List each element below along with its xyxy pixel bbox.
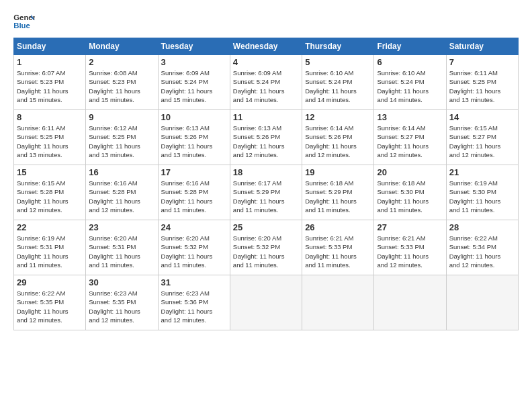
logo: General Blue	[13, 12, 35, 31]
day-number: 24	[161, 222, 227, 232]
day-info: Sunrise: 6:23 AMSunset: 5:36 PMDaylight:…	[161, 289, 227, 324]
day-info: Sunrise: 6:11 AMSunset: 5:25 PMDaylight:…	[17, 124, 83, 159]
week-row-3: 15Sunrise: 6:15 AMSunset: 5:28 PMDayligh…	[14, 165, 519, 220]
week-row-5: 29Sunrise: 6:22 AMSunset: 5:35 PMDayligh…	[14, 275, 519, 330]
day-number: 21	[449, 167, 515, 177]
header-cell-monday: Monday	[86, 38, 158, 55]
day-info: Sunrise: 6:20 AMSunset: 5:32 PMDaylight:…	[233, 234, 299, 269]
day-number: 10	[161, 112, 227, 122]
day-info: Sunrise: 6:12 AMSunset: 5:25 PMDaylight:…	[89, 124, 154, 159]
day-info: Sunrise: 6:10 AMSunset: 5:24 PMDaylight:…	[377, 68, 443, 104]
day-cell: 26Sunrise: 6:21 AMSunset: 5:33 PMDayligh…	[302, 220, 374, 275]
day-number: 6	[377, 57, 443, 67]
day-info: Sunrise: 6:08 AMSunset: 5:23 PMDaylight:…	[89, 68, 154, 104]
day-info: Sunrise: 6:18 AMSunset: 5:30 PMDaylight:…	[377, 179, 443, 214]
day-info: Sunrise: 6:17 AMSunset: 5:29 PMDaylight:…	[233, 179, 299, 214]
day-number: 23	[89, 222, 154, 232]
day-cell: 24Sunrise: 6:20 AMSunset: 5:32 PMDayligh…	[158, 220, 230, 275]
day-cell: 18Sunrise: 6:17 AMSunset: 5:29 PMDayligh…	[230, 165, 302, 220]
day-cell: 9Sunrise: 6:12 AMSunset: 5:25 PMDaylight…	[86, 110, 158, 165]
day-info: Sunrise: 6:14 AMSunset: 5:26 PMDaylight:…	[305, 124, 371, 159]
header-row: SundayMondayTuesdayWednesdayThursdayFrid…	[14, 38, 519, 55]
day-cell: 28Sunrise: 6:22 AMSunset: 5:34 PMDayligh…	[446, 220, 518, 275]
header-cell-thursday: Thursday	[302, 38, 374, 55]
week-row-1: 1Sunrise: 6:07 AMSunset: 5:23 PMDaylight…	[14, 55, 519, 110]
day-info: Sunrise: 6:13 AMSunset: 5:26 PMDaylight:…	[233, 124, 299, 159]
day-info: Sunrise: 6:20 AMSunset: 5:32 PMDaylight:…	[161, 234, 227, 269]
day-number: 29	[17, 277, 83, 287]
day-cell: 23Sunrise: 6:20 AMSunset: 5:31 PMDayligh…	[86, 220, 158, 275]
day-cell: 11Sunrise: 6:13 AMSunset: 5:26 PMDayligh…	[230, 110, 302, 165]
day-info: Sunrise: 6:13 AMSunset: 5:26 PMDaylight:…	[161, 124, 227, 159]
day-number: 16	[89, 167, 154, 177]
day-number: 2	[89, 57, 154, 67]
day-info: Sunrise: 6:18 AMSunset: 5:29 PMDaylight:…	[305, 179, 371, 214]
day-cell: 3Sunrise: 6:09 AMSunset: 5:24 PMDaylight…	[158, 55, 230, 110]
day-number: 1	[17, 57, 83, 67]
day-cell	[230, 275, 302, 330]
day-info: Sunrise: 6:09 AMSunset: 5:24 PMDaylight:…	[233, 68, 299, 104]
day-info: Sunrise: 6:16 AMSunset: 5:28 PMDaylight:…	[161, 179, 227, 214]
day-cell	[446, 275, 518, 330]
day-info: Sunrise: 6:23 AMSunset: 5:35 PMDaylight:…	[89, 289, 154, 324]
day-info: Sunrise: 6:22 AMSunset: 5:34 PMDaylight:…	[449, 234, 515, 269]
header-cell-friday: Friday	[374, 38, 446, 55]
day-number: 8	[17, 112, 83, 122]
day-info: Sunrise: 6:07 AMSunset: 5:23 PMDaylight:…	[17, 68, 83, 104]
day-cell: 27Sunrise: 6:21 AMSunset: 5:33 PMDayligh…	[374, 220, 446, 275]
day-number: 27	[377, 222, 443, 232]
day-number: 12	[305, 112, 371, 122]
day-number: 25	[233, 222, 299, 232]
day-number: 30	[89, 277, 154, 287]
day-info: Sunrise: 6:21 AMSunset: 5:33 PMDaylight:…	[377, 234, 443, 269]
day-cell: 14Sunrise: 6:15 AMSunset: 5:27 PMDayligh…	[446, 110, 518, 165]
day-cell: 29Sunrise: 6:22 AMSunset: 5:35 PMDayligh…	[14, 275, 86, 330]
day-cell: 8Sunrise: 6:11 AMSunset: 5:25 PMDaylight…	[14, 110, 86, 165]
day-info: Sunrise: 6:20 AMSunset: 5:31 PMDaylight:…	[89, 234, 154, 269]
day-number: 9	[89, 112, 154, 122]
page: General Blue SundayMondayTuesdayWednesda…	[0, 0, 532, 337]
day-cell: 4Sunrise: 6:09 AMSunset: 5:24 PMDaylight…	[230, 55, 302, 110]
day-info: Sunrise: 6:15 AMSunset: 5:27 PMDaylight:…	[449, 124, 515, 159]
day-number: 11	[233, 112, 299, 122]
day-info: Sunrise: 6:21 AMSunset: 5:33 PMDaylight:…	[305, 234, 371, 269]
day-number: 31	[161, 277, 227, 287]
day-info: Sunrise: 6:14 AMSunset: 5:27 PMDaylight:…	[377, 124, 443, 159]
day-cell: 31Sunrise: 6:23 AMSunset: 5:36 PMDayligh…	[158, 275, 230, 330]
logo-icon: General Blue	[13, 12, 35, 31]
day-info: Sunrise: 6:10 AMSunset: 5:24 PMDaylight:…	[305, 68, 371, 104]
day-cell: 25Sunrise: 6:20 AMSunset: 5:32 PMDayligh…	[230, 220, 302, 275]
day-number: 5	[305, 57, 371, 67]
day-number: 17	[161, 167, 227, 177]
day-info: Sunrise: 6:19 AMSunset: 5:30 PMDaylight:…	[449, 179, 515, 214]
day-cell: 6Sunrise: 6:10 AMSunset: 5:24 PMDaylight…	[374, 55, 446, 110]
day-cell: 10Sunrise: 6:13 AMSunset: 5:26 PMDayligh…	[158, 110, 230, 165]
day-number: 13	[377, 112, 443, 122]
day-cell	[302, 275, 374, 330]
day-cell: 30Sunrise: 6:23 AMSunset: 5:35 PMDayligh…	[86, 275, 158, 330]
day-cell: 2Sunrise: 6:08 AMSunset: 5:23 PMDaylight…	[86, 55, 158, 110]
day-number: 19	[305, 167, 371, 177]
day-number: 20	[377, 167, 443, 177]
day-cell: 20Sunrise: 6:18 AMSunset: 5:30 PMDayligh…	[374, 165, 446, 220]
week-row-2: 8Sunrise: 6:11 AMSunset: 5:25 PMDaylight…	[14, 110, 519, 165]
day-cell: 16Sunrise: 6:16 AMSunset: 5:28 PMDayligh…	[86, 165, 158, 220]
day-cell	[374, 275, 446, 330]
day-cell: 12Sunrise: 6:14 AMSunset: 5:26 PMDayligh…	[302, 110, 374, 165]
day-cell: 13Sunrise: 6:14 AMSunset: 5:27 PMDayligh…	[374, 110, 446, 165]
day-cell: 5Sunrise: 6:10 AMSunset: 5:24 PMDaylight…	[302, 55, 374, 110]
day-number: 14	[449, 112, 515, 122]
day-number: 26	[305, 222, 371, 232]
calendar-table: SundayMondayTuesdayWednesdayThursdayFrid…	[13, 38, 519, 330]
day-cell: 22Sunrise: 6:19 AMSunset: 5:31 PMDayligh…	[14, 220, 86, 275]
day-number: 7	[449, 57, 515, 67]
day-info: Sunrise: 6:19 AMSunset: 5:31 PMDaylight:…	[17, 234, 83, 269]
header-cell-saturday: Saturday	[446, 38, 518, 55]
day-number: 18	[233, 167, 299, 177]
day-info: Sunrise: 6:09 AMSunset: 5:24 PMDaylight:…	[161, 68, 227, 104]
header-cell-sunday: Sunday	[14, 38, 86, 55]
day-cell: 15Sunrise: 6:15 AMSunset: 5:28 PMDayligh…	[14, 165, 86, 220]
header-cell-tuesday: Tuesday	[158, 38, 230, 55]
day-info: Sunrise: 6:15 AMSunset: 5:28 PMDaylight:…	[17, 179, 83, 214]
header-cell-wednesday: Wednesday	[230, 38, 302, 55]
